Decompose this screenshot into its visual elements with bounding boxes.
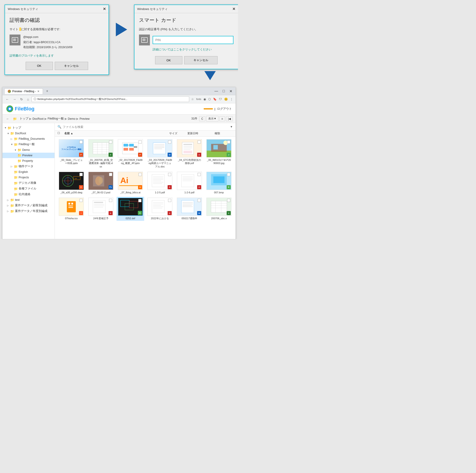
sidebar-item-anken-kokyaku[interactable]: ▷ 📁 案件データ／顧客別編成 bbox=[2, 203, 54, 208]
file-item-4[interactable]: A _04_ETC利用状況の推移.pdf bbox=[176, 138, 203, 169]
tab-close-button[interactable]: ✕ bbox=[37, 90, 39, 93]
star-button[interactable]: ☆ bbox=[190, 97, 195, 102]
header-size[interactable]: サイズ bbox=[169, 132, 187, 135]
file-item-8[interactable]: Ai Ai _07_fblog_b6cs.ai bbox=[117, 171, 144, 195]
avatar-button[interactable]: 😊 bbox=[223, 97, 228, 102]
reader-button[interactable]: ◉ bbox=[203, 97, 207, 102]
maximize-button[interactable]: □ bbox=[221, 88, 226, 94]
dialog1-ok-button[interactable]: OK bbox=[26, 62, 53, 70]
checkbox-0[interactable] bbox=[80, 140, 83, 144]
checkbox-5[interactable] bbox=[227, 140, 230, 144]
sidebar-item-preview[interactable]: ▷ 📁 Preview bbox=[2, 153, 54, 158]
checkbox-1[interactable] bbox=[109, 140, 112, 144]
checkbox-12[interactable] bbox=[80, 199, 83, 202]
breadcrumb-preview[interactable]: Preview bbox=[80, 117, 89, 121]
file-item-9[interactable]: A 1-2-5.pdf bbox=[146, 171, 174, 195]
window-close-button[interactable]: ✕ bbox=[228, 88, 234, 94]
checkbox-15[interactable] bbox=[168, 199, 171, 202]
header-checkbox[interactable]: ☐ bbox=[57, 132, 64, 135]
breadcrumb-back-button[interactable]: ← bbox=[5, 117, 10, 121]
back-button[interactable]: ← bbox=[4, 97, 10, 102]
menu-button[interactable]: ⋮ bbox=[229, 97, 234, 102]
file-item-11[interactable]: B 007.bmp bbox=[205, 171, 233, 195]
checkbox-8[interactable] bbox=[138, 173, 142, 176]
file-area: 🔍 ▼ ☐ 名前 ▲ サイズ 更新日時 種類 ● FileBlogファイルプレビ… bbox=[55, 123, 236, 239]
bookmark-button[interactable]: 🔖 bbox=[212, 97, 217, 102]
sidebar-item-fileblog-general[interactable]: ▼ 📁 FileBlog一般 bbox=[2, 141, 54, 147]
sidebar-item-fileblog-documents[interactable]: ▷ 📁 FileBlog_Documents bbox=[2, 136, 54, 141]
file-item-2[interactable]: P _02_20170928_FileBlog_概要_4P.pptx bbox=[117, 138, 144, 169]
minimize-button[interactable]: — bbox=[213, 88, 219, 94]
checkbox-17[interactable] bbox=[227, 199, 230, 202]
breadcrumb-fileblog-general[interactable]: FileBlog一般 bbox=[48, 117, 64, 121]
sidebar-item-demo[interactable]: ▼ 📁 Demo bbox=[2, 147, 54, 153]
sidebar-item-projects[interactable]: ▷ 📁 Projects bbox=[2, 175, 54, 180]
checkbox-2[interactable] bbox=[138, 140, 142, 144]
sidebar-item-docroot[interactable]: ▼ 📁 DocRoot bbox=[2, 131, 54, 136]
forward-button[interactable]: → bbox=[12, 97, 17, 102]
checkbox-10[interactable] bbox=[198, 173, 201, 176]
end-button[interactable]: |◀ bbox=[226, 116, 233, 121]
checkbox-11[interactable] bbox=[227, 173, 230, 176]
sidebar-item-digicam[interactable]: ▷ 📁 デジカメ画像 bbox=[2, 180, 54, 186]
checkbox-7[interactable] bbox=[109, 173, 112, 176]
logout-link[interactable]: ログアウト bbox=[217, 107, 232, 111]
breadcrumb-folder-button[interactable]: 📁 bbox=[12, 117, 18, 121]
checkbox-14[interactable] bbox=[138, 199, 141, 202]
view-button[interactable]: 表示▼ bbox=[206, 116, 219, 122]
pin-detail-link[interactable]: 詳細についてはここをクリックしてください bbox=[153, 48, 234, 52]
file-item-10[interactable]: A 1-2-6.pdf bbox=[176, 171, 203, 195]
home-button[interactable]: ⌂ bbox=[26, 97, 30, 102]
browser-tab-active[interactable]: Preview - FileBlog - ✕ bbox=[4, 88, 43, 94]
checkbox-3[interactable] bbox=[168, 140, 171, 144]
file-item-3[interactable]: W _03_20170509_FileBlog簡易ユーザマニュアル.doc bbox=[146, 138, 174, 169]
dialog1-cancel-button[interactable]: キャンセル bbox=[55, 62, 88, 70]
sidebar-item-test[interactable]: ▷ 📁 test bbox=[2, 197, 54, 203]
file-item-0[interactable]: ● FileBlogファイルプレビュー機能 P _00_Slide_プレビュー特… bbox=[57, 138, 85, 169]
file-item-17[interactable]: X 200706_abc.x bbox=[205, 197, 233, 221]
search-dropdown-button[interactable]: ▼ bbox=[230, 125, 233, 128]
sidebar-item-shanai[interactable]: ▷ 📁 社内連絡 bbox=[2, 192, 54, 197]
menu-dots-button[interactable]: ≡ bbox=[219, 116, 225, 121]
dialog1-close-button[interactable]: ✕ bbox=[103, 7, 106, 11]
dialog2-close-button[interactable]: ✕ bbox=[232, 7, 235, 11]
header-type[interactable]: 種類 bbox=[215, 132, 233, 135]
checkbox-9[interactable] bbox=[168, 173, 171, 176]
pin-input[interactable] bbox=[153, 36, 234, 44]
file-item-13[interactable]: A 24年度補正予 bbox=[87, 197, 115, 221]
search-input[interactable] bbox=[63, 125, 229, 129]
address-bar[interactable]: ⓘ fileblog/index.php#path=%2FDocRoot%2FF… bbox=[32, 96, 189, 102]
file-item-6[interactable]: a30 D _06_a30_p200.dwg bbox=[57, 171, 85, 195]
sidebar-item-english[interactable]: ▷ 📁 English bbox=[2, 169, 54, 175]
checkbox-16[interactable] bbox=[198, 199, 201, 202]
dialog2-cancel-button[interactable]: キャンセル bbox=[184, 56, 218, 64]
file-item-7[interactable]: Ps _07_06-02-2.psd bbox=[87, 171, 115, 195]
security-button[interactable]: 🛡 bbox=[218, 97, 222, 102]
checkbox-6[interactable] bbox=[80, 173, 83, 176]
file-item-14[interactable]: G 0252.dxf bbox=[117, 197, 144, 221]
breadcrumb-demo[interactable]: Demo bbox=[68, 117, 75, 121]
checkbox-4[interactable] bbox=[198, 140, 201, 144]
cast-button[interactable]: ⬡ bbox=[207, 97, 211, 102]
header-modified[interactable]: 更新日時 bbox=[187, 132, 215, 135]
file-item-15[interactable]: A 2022年における bbox=[146, 197, 174, 221]
file-item-1[interactable]: X _01_200706_鉄飛_交通費清算- 編集可能.xlsx bbox=[87, 138, 115, 169]
sidebar-item-kakushuf[interactable]: ▷ 📁 各種ファイル bbox=[2, 186, 54, 192]
sidebar-item-top[interactable]: ▼ 📁 トップ bbox=[2, 125, 54, 131]
breadcrumb-docroot[interactable]: DocRoot bbox=[33, 117, 44, 121]
new-tab-button[interactable]: + bbox=[44, 88, 50, 94]
file-item-5[interactable]: J _05_IM01OLY M-P2090003.jpg bbox=[205, 138, 233, 169]
file-item-12[interactable]: I 07hisha.ico bbox=[57, 197, 85, 221]
refresh-button[interactable]: C bbox=[199, 116, 205, 121]
checkbox-13[interactable] bbox=[109, 199, 112, 202]
dialog2-ok-button[interactable]: OK bbox=[155, 56, 182, 64]
fonts-button[interactable]: fonts bbox=[196, 97, 202, 102]
sidebar-item-anken-nendo[interactable]: ▷ 📁 案件データ／年度別編成 bbox=[2, 208, 54, 214]
file-item-16[interactable]: W 050217通勤申 bbox=[176, 197, 203, 221]
sidebar-item-property[interactable]: ▷ 📁 Property bbox=[2, 158, 54, 164]
cert-property-link[interactable]: 証明書のプロパティを表示します bbox=[10, 54, 104, 58]
sidebar-item-buken[interactable]: ▷ 📁 物件データ bbox=[2, 164, 54, 169]
breadcrumb-top[interactable]: トップ bbox=[19, 117, 28, 121]
header-name[interactable]: 名前 ▲ bbox=[64, 132, 169, 135]
reload-button[interactable]: ↻ bbox=[19, 97, 24, 102]
